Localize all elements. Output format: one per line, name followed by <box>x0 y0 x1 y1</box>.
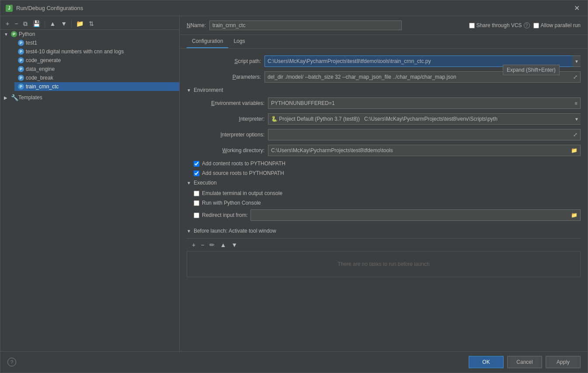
allow-parallel-checkbox[interactable] <box>533 23 539 28</box>
env-vars-row: Environment variables: ≡ <box>190 98 581 109</box>
run-python-console-label: Run with Python Console <box>202 200 261 206</box>
right-panel: NName: Share through VCS ? Allow paralle… <box>180 16 588 351</box>
expand-arrow-templates: ▶ <box>4 95 9 100</box>
tab-logs[interactable]: Logs <box>228 35 250 48</box>
apply-button[interactable]: Apply <box>546 356 581 368</box>
before-launch-list: There are no tasks to run before launch <box>187 251 581 277</box>
py-file-icon-4: P <box>18 66 24 72</box>
redirect-input-label: Redirect input from: <box>202 212 248 218</box>
before-launch-section: ▼ Before launch: Activate tool window + … <box>187 228 581 277</box>
cancel-button[interactable]: Cancel <box>507 356 542 368</box>
name-input[interactable] <box>209 21 402 30</box>
redirect-browse-btn[interactable]: 📁 <box>568 209 581 221</box>
tree-item-test4[interactable]: P test4-10 digital numbers with cnn and … <box>14 47 179 56</box>
ok-button[interactable]: OK <box>469 356 504 368</box>
before-launch-empty-message: There are no tasks to run before launch <box>337 261 429 267</box>
name-row: NName: Share through VCS ? Allow paralle… <box>180 16 588 35</box>
folder-button[interactable]: 📁 <box>74 20 85 28</box>
before-launch-up-btn[interactable]: ▲ <box>218 241 228 249</box>
dialog-title: Run/Debug Configurations <box>16 5 83 11</box>
close-button[interactable]: ✕ <box>571 3 582 13</box>
help-button[interactable]: ? <box>7 358 16 366</box>
share-vcs-label: Share through VCS <box>477 22 522 28</box>
tree-item-train-crnn-ctc[interactable]: P train_crnn_ctc <box>14 82 179 91</box>
before-launch-remove-btn[interactable]: − <box>199 241 206 249</box>
add-source-roots-row: Add source roots to PYTHONPATH <box>194 170 581 176</box>
bottom-left: ? <box>7 358 16 366</box>
python-interpreter-label: Interpreter: <box>190 116 264 122</box>
interpreter-dropdown-btn[interactable]: ▼ <box>573 113 581 125</box>
allow-parallel-label: Allow parallel run <box>541 22 581 28</box>
tree-item-label-4: data_engine <box>26 66 55 72</box>
python-icon: P <box>11 31 17 37</box>
environment-arrow: ▼ <box>187 88 191 93</box>
execution-section-header[interactable]: ▼ Execution <box>187 180 581 186</box>
help-icon[interactable]: ? <box>524 22 530 28</box>
env-vars-edit-btn[interactable]: ≡ <box>572 98 581 109</box>
main-content: + − ⧉ 💾 ▲ ▼ 📁 ⇅ ▼ P Python <box>0 16 588 351</box>
vcs-area: Share through VCS ? Allow parallel run <box>469 22 581 28</box>
before-launch-down-btn[interactable]: ▼ <box>230 241 239 249</box>
add-content-roots-checkbox[interactable] <box>194 161 199 167</box>
script-path-row: Script path: ▼ Expand (Shift+Enter) <box>187 56 581 67</box>
move-up-button[interactable]: ▲ <box>48 20 57 28</box>
python-interpreter-select[interactable]: 🐍 Project Default (Python 3.7 (test8)) C… <box>268 113 573 125</box>
config-tree: ▼ P Python P test1 P test4-10 digital nu… <box>0 30 179 102</box>
before-launch-edit-btn[interactable]: ✏ <box>208 241 216 249</box>
tree-item-code-break[interactable]: P code_break <box>14 73 179 82</box>
tree-templates[interactable]: ▶ 🔧 Templates <box>0 93 179 102</box>
interpreter-options-input[interactable] <box>268 129 571 140</box>
tree-item-data-engine[interactable]: P data_engine <box>14 65 179 73</box>
copy-config-button[interactable]: ⧉ <box>21 20 29 28</box>
tree-children: P test1 P test4-10 digital numbers with … <box>0 38 179 91</box>
move-down-button[interactable]: ▼ <box>59 20 69 28</box>
emulate-terminal-checkbox[interactable] <box>194 191 199 196</box>
environment-section-header[interactable]: ▼ Environment <box>187 87 581 93</box>
environment-label: Environment <box>194 87 223 93</box>
py-file-icon-3: P <box>18 57 24 63</box>
add-config-button[interactable]: + <box>4 20 11 28</box>
sidebar-toolbar: + − ⧉ 💾 ▲ ▼ 📁 ⇅ <box>0 18 179 30</box>
save-config-button[interactable]: 💾 <box>31 20 42 28</box>
tree-python-group[interactable]: ▼ P Python <box>0 30 179 38</box>
py-file-icon-1: P <box>18 40 24 46</box>
tree-item-test1[interactable]: P test1 <box>14 38 179 47</box>
sidebar: + − ⧉ 💾 ▲ ▼ 📁 ⇅ ▼ P Python <box>0 16 180 351</box>
working-directory-input[interactable] <box>268 145 568 156</box>
tab-configuration[interactable]: Configuration <box>187 35 228 48</box>
sort-button[interactable]: ⇅ <box>87 20 96 28</box>
script-path-dropdown[interactable]: ▼ <box>573 56 581 67</box>
run-python-console-row: Run with Python Console <box>194 200 581 206</box>
redirect-input-field[interactable] <box>251 209 568 221</box>
add-content-roots-label: Add content roots to PYTHONPATH <box>202 160 285 167</box>
env-vars-input[interactable] <box>268 98 572 109</box>
emulate-terminal-label: Emulate terminal in output console <box>202 190 282 196</box>
interpreter-options-expand-btn[interactable]: ⤢ <box>571 129 581 140</box>
run-debug-dialog: J Run/Debug Configurations ✕ + − ⧉ 💾 ▲ ▼… <box>0 0 588 373</box>
bottom-bar: ? OK Cancel Apply <box>0 351 588 373</box>
before-launch-add-btn[interactable]: + <box>190 241 197 249</box>
env-vars-input-group: ≡ <box>268 98 581 109</box>
share-vcs-checkbox[interactable] <box>469 23 475 28</box>
redirect-input-checkbox[interactable] <box>194 213 199 218</box>
before-launch-label: Before launch: Activate tool window <box>194 228 276 234</box>
share-vcs-row: Share through VCS ? <box>469 22 530 28</box>
before-launch-toolbar: + − ✏ ▲ ▼ <box>187 238 581 251</box>
py-file-icon-5: P <box>18 75 24 81</box>
interpreter-options-label: Interpreter options: <box>190 132 264 138</box>
working-directory-browse-btn[interactable]: 📁 <box>568 145 581 156</box>
toolbar-separator <box>45 20 45 27</box>
run-python-console-checkbox[interactable] <box>194 200 199 206</box>
templates-label: Templates <box>18 94 42 101</box>
expand-arrow-python: ▼ <box>4 32 9 37</box>
tree-item-code-generate[interactable]: P code_generate <box>14 56 179 65</box>
before-launch-header[interactable]: ▼ Before launch: Activate tool window <box>187 228 581 234</box>
add-content-roots-row: Add content roots to PYTHONPATH <box>194 160 581 167</box>
add-source-roots-checkbox[interactable] <box>194 171 199 176</box>
remove-config-button[interactable]: − <box>13 20 20 28</box>
parameters-expand-btn[interactable]: ⤢ <box>571 71 581 83</box>
working-directory-input-group: 📁 <box>268 145 581 156</box>
environment-content: Environment variables: ≡ Interpreter: <box>187 98 581 176</box>
tree-item-label-2: test4-10 digital numbers with cnn and lo… <box>26 49 124 55</box>
parameters-label: Parameters: <box>187 74 261 80</box>
